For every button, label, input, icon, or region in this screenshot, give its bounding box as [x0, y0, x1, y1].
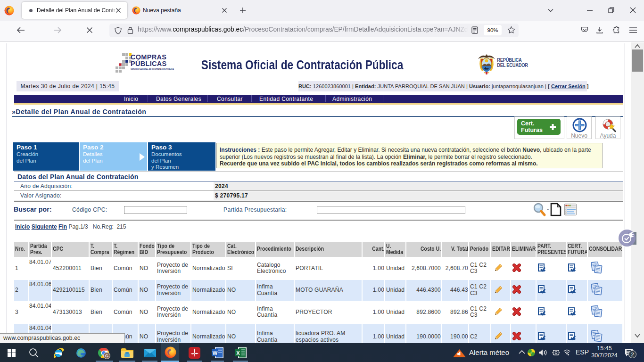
svg-text:PÚBLICAS: PÚBLICAS — [131, 59, 167, 67]
svg-text:DEL ECUADOR: DEL ECUADOR — [497, 62, 528, 68]
svg-text:SERVICIO NACIONAL DE CONTRATAC: SERVICIO NACIONAL DE CONTRATACIÓN PÚBLIC… — [131, 68, 174, 70]
svg-text:X: X — [236, 350, 240, 356]
svg-text:W: W — [213, 350, 218, 356]
